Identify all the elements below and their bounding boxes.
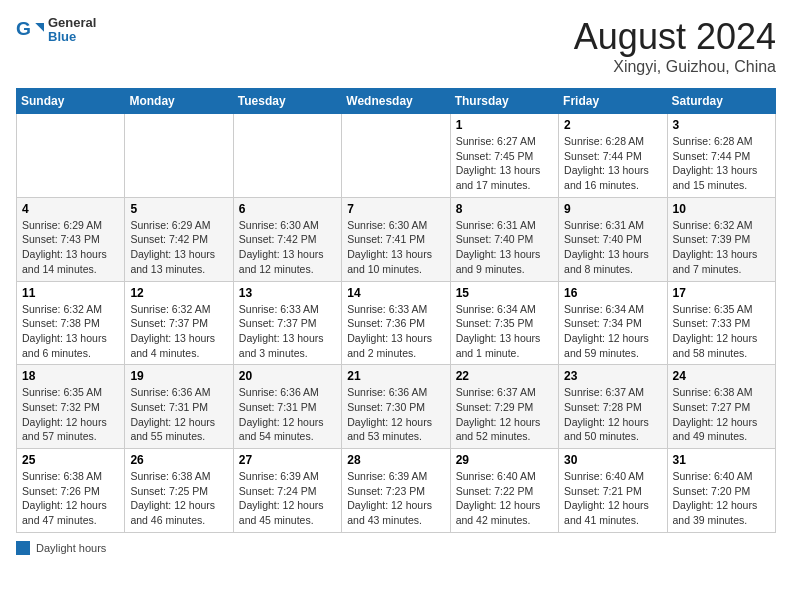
logo-line2: Blue: [48, 30, 96, 44]
day-cell: 10Sunrise: 6:32 AM Sunset: 7:39 PM Dayli…: [667, 197, 775, 281]
header-tuesday: Tuesday: [233, 89, 341, 114]
day-number: 3: [673, 118, 770, 132]
day-info: Sunrise: 6:31 AM Sunset: 7:40 PM Dayligh…: [456, 218, 553, 277]
day-cell: 15Sunrise: 6:34 AM Sunset: 7:35 PM Dayli…: [450, 281, 558, 365]
day-cell: 29Sunrise: 6:40 AM Sunset: 7:22 PM Dayli…: [450, 449, 558, 533]
day-cell: 17Sunrise: 6:35 AM Sunset: 7:33 PM Dayli…: [667, 281, 775, 365]
day-number: 30: [564, 453, 661, 467]
calendar-title: August 2024: [574, 16, 776, 58]
week-row-5: 25Sunrise: 6:38 AM Sunset: 7:26 PM Dayli…: [17, 449, 776, 533]
day-number: 24: [673, 369, 770, 383]
day-info: Sunrise: 6:39 AM Sunset: 7:23 PM Dayligh…: [347, 469, 444, 528]
day-number: 6: [239, 202, 336, 216]
day-number: 26: [130, 453, 227, 467]
day-number: 25: [22, 453, 119, 467]
day-cell: 30Sunrise: 6:40 AM Sunset: 7:21 PM Dayli…: [559, 449, 667, 533]
header-saturday: Saturday: [667, 89, 775, 114]
day-cell: 23Sunrise: 6:37 AM Sunset: 7:28 PM Dayli…: [559, 365, 667, 449]
day-info: Sunrise: 6:35 AM Sunset: 7:32 PM Dayligh…: [22, 385, 119, 444]
day-cell: [125, 114, 233, 198]
day-cell: 25Sunrise: 6:38 AM Sunset: 7:26 PM Dayli…: [17, 449, 125, 533]
day-cell: 11Sunrise: 6:32 AM Sunset: 7:38 PM Dayli…: [17, 281, 125, 365]
day-cell: 26Sunrise: 6:38 AM Sunset: 7:25 PM Dayli…: [125, 449, 233, 533]
week-row-1: 1Sunrise: 6:27 AM Sunset: 7:45 PM Daylig…: [17, 114, 776, 198]
day-info: Sunrise: 6:33 AM Sunset: 7:37 PM Dayligh…: [239, 302, 336, 361]
day-info: Sunrise: 6:38 AM Sunset: 7:27 PM Dayligh…: [673, 385, 770, 444]
day-info: Sunrise: 6:28 AM Sunset: 7:44 PM Dayligh…: [564, 134, 661, 193]
day-cell: 5Sunrise: 6:29 AM Sunset: 7:42 PM Daylig…: [125, 197, 233, 281]
logo: G General Blue: [16, 16, 96, 45]
day-info: Sunrise: 6:32 AM Sunset: 7:37 PM Dayligh…: [130, 302, 227, 361]
day-cell: 21Sunrise: 6:36 AM Sunset: 7:30 PM Dayli…: [342, 365, 450, 449]
day-cell: 6Sunrise: 6:30 AM Sunset: 7:42 PM Daylig…: [233, 197, 341, 281]
day-info: Sunrise: 6:32 AM Sunset: 7:39 PM Dayligh…: [673, 218, 770, 277]
header-friday: Friday: [559, 89, 667, 114]
day-number: 27: [239, 453, 336, 467]
week-row-4: 18Sunrise: 6:35 AM Sunset: 7:32 PM Dayli…: [17, 365, 776, 449]
day-info: Sunrise: 6:39 AM Sunset: 7:24 PM Dayligh…: [239, 469, 336, 528]
day-info: Sunrise: 6:37 AM Sunset: 7:28 PM Dayligh…: [564, 385, 661, 444]
day-info: Sunrise: 6:40 AM Sunset: 7:22 PM Dayligh…: [456, 469, 553, 528]
page-header: G General Blue August 2024 Xingyi, Guizh…: [16, 16, 776, 76]
day-info: Sunrise: 6:31 AM Sunset: 7:40 PM Dayligh…: [564, 218, 661, 277]
header-monday: Monday: [125, 89, 233, 114]
title-block: August 2024 Xingyi, Guizhou, China: [574, 16, 776, 76]
svg-text:G: G: [16, 19, 31, 40]
day-number: 18: [22, 369, 119, 383]
day-info: Sunrise: 6:36 AM Sunset: 7:31 PM Dayligh…: [239, 385, 336, 444]
day-cell: 2Sunrise: 6:28 AM Sunset: 7:44 PM Daylig…: [559, 114, 667, 198]
day-number: 31: [673, 453, 770, 467]
day-cell: 19Sunrise: 6:36 AM Sunset: 7:31 PM Dayli…: [125, 365, 233, 449]
day-number: 4: [22, 202, 119, 216]
day-cell: 4Sunrise: 6:29 AM Sunset: 7:43 PM Daylig…: [17, 197, 125, 281]
day-number: 23: [564, 369, 661, 383]
calendar-table: SundayMondayTuesdayWednesdayThursdayFrid…: [16, 88, 776, 533]
day-info: Sunrise: 6:30 AM Sunset: 7:42 PM Dayligh…: [239, 218, 336, 277]
day-number: 22: [456, 369, 553, 383]
day-number: 17: [673, 286, 770, 300]
day-number: 21: [347, 369, 444, 383]
logo-icon: G: [16, 16, 44, 44]
day-cell: 13Sunrise: 6:33 AM Sunset: 7:37 PM Dayli…: [233, 281, 341, 365]
day-number: 15: [456, 286, 553, 300]
day-number: 19: [130, 369, 227, 383]
day-info: Sunrise: 6:33 AM Sunset: 7:36 PM Dayligh…: [347, 302, 444, 361]
day-number: 16: [564, 286, 661, 300]
legend-box: [16, 541, 30, 555]
day-number: 20: [239, 369, 336, 383]
calendar-subtitle: Xingyi, Guizhou, China: [574, 58, 776, 76]
day-cell: 24Sunrise: 6:38 AM Sunset: 7:27 PM Dayli…: [667, 365, 775, 449]
day-number: 13: [239, 286, 336, 300]
day-cell: 1Sunrise: 6:27 AM Sunset: 7:45 PM Daylig…: [450, 114, 558, 198]
day-info: Sunrise: 6:40 AM Sunset: 7:21 PM Dayligh…: [564, 469, 661, 528]
day-cell: 16Sunrise: 6:34 AM Sunset: 7:34 PM Dayli…: [559, 281, 667, 365]
day-number: 12: [130, 286, 227, 300]
day-info: Sunrise: 6:38 AM Sunset: 7:26 PM Dayligh…: [22, 469, 119, 528]
day-info: Sunrise: 6:28 AM Sunset: 7:44 PM Dayligh…: [673, 134, 770, 193]
logo-line1: General: [48, 16, 96, 30]
legend-label: Daylight hours: [36, 542, 106, 554]
svg-marker-1: [35, 23, 44, 32]
header-wednesday: Wednesday: [342, 89, 450, 114]
day-number: 8: [456, 202, 553, 216]
week-row-2: 4Sunrise: 6:29 AM Sunset: 7:43 PM Daylig…: [17, 197, 776, 281]
header-thursday: Thursday: [450, 89, 558, 114]
legend: Daylight hours: [16, 541, 776, 555]
day-cell: [17, 114, 125, 198]
day-info: Sunrise: 6:38 AM Sunset: 7:25 PM Dayligh…: [130, 469, 227, 528]
day-info: Sunrise: 6:32 AM Sunset: 7:38 PM Dayligh…: [22, 302, 119, 361]
day-number: 11: [22, 286, 119, 300]
day-cell: 18Sunrise: 6:35 AM Sunset: 7:32 PM Dayli…: [17, 365, 125, 449]
day-info: Sunrise: 6:36 AM Sunset: 7:31 PM Dayligh…: [130, 385, 227, 444]
day-number: 5: [130, 202, 227, 216]
day-info: Sunrise: 6:34 AM Sunset: 7:34 PM Dayligh…: [564, 302, 661, 361]
header-row: SundayMondayTuesdayWednesdayThursdayFrid…: [17, 89, 776, 114]
day-cell: [342, 114, 450, 198]
day-number: 1: [456, 118, 553, 132]
day-number: 2: [564, 118, 661, 132]
day-cell: 8Sunrise: 6:31 AM Sunset: 7:40 PM Daylig…: [450, 197, 558, 281]
day-info: Sunrise: 6:29 AM Sunset: 7:42 PM Dayligh…: [130, 218, 227, 277]
logo-text: General Blue: [48, 16, 96, 45]
day-info: Sunrise: 6:29 AM Sunset: 7:43 PM Dayligh…: [22, 218, 119, 277]
day-info: Sunrise: 6:36 AM Sunset: 7:30 PM Dayligh…: [347, 385, 444, 444]
